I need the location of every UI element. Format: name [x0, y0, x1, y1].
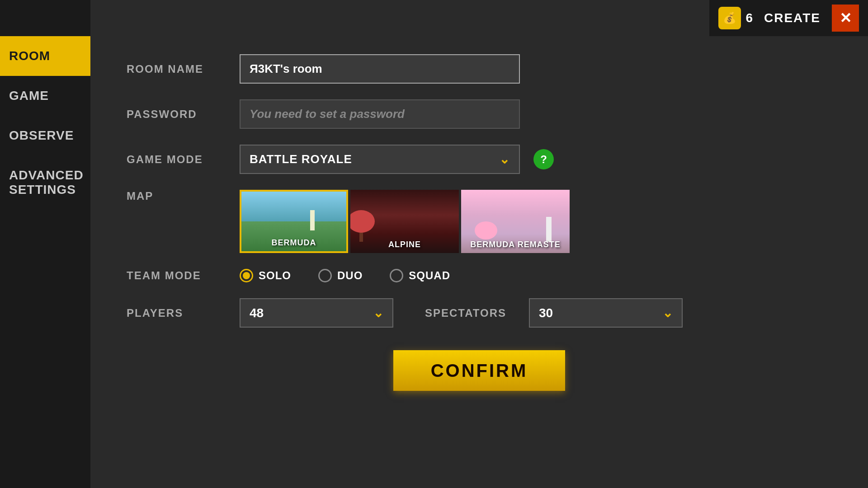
topbar: 💰 6 CREATE ✕ — [709, 0, 868, 36]
game-mode-value: BATTLE ROYALE — [250, 152, 352, 166]
map-name-bermuda: BERMUDA — [241, 238, 346, 248]
spectators-label: SPECTATORS — [425, 307, 506, 319]
players-label: PLAYERS — [127, 307, 226, 319]
map-name-alpine: ALPINE — [350, 240, 459, 249]
currency-count: 6 — [745, 11, 753, 25]
game-mode-label: GAME MODE — [127, 153, 226, 166]
create-label: CREATE — [764, 11, 821, 25]
map-name-bermuda-remaster: BERMUDA REMASTE — [461, 240, 570, 249]
radio-solo-circle — [240, 269, 253, 282]
sidebar-item-advanced[interactable]: ADVANCED SETTINGS — [0, 155, 90, 210]
radio-squad[interactable]: SQUAD — [390, 269, 450, 282]
sidebar-item-observe[interactable]: OBSERVE — [0, 116, 90, 155]
map-card-bermuda-remaster[interactable]: BERMUDA REMASTE — [461, 190, 570, 253]
radio-duo-circle — [318, 269, 332, 282]
game-mode-dropdown[interactable]: BATTLE ROYALE ⌄ — [240, 145, 520, 174]
password-row: PASSWORD — [127, 99, 832, 129]
password-label: PASSWORD — [127, 108, 226, 121]
sidebar: ROOM GAME OBSERVE ADVANCED SETTINGS — [0, 0, 90, 488]
team-mode-label: TEAM MODE — [127, 269, 226, 282]
room-name-label: ROOM NAME — [127, 63, 226, 75]
currency-icon: 💰 — [718, 7, 741, 29]
players-dropdown[interactable]: 48 ⌄ — [240, 298, 393, 328]
map-row: MAP BERMUDA — [127, 190, 832, 253]
sidebar-item-room[interactable]: ROOM — [0, 36, 90, 76]
players-row: PLAYERS 48 ⌄ SPECTATORS 30 ⌄ — [127, 298, 832, 328]
radio-solo-label: SOLO — [259, 269, 291, 282]
radio-duo[interactable]: DUO — [318, 269, 363, 282]
sidebar-item-game[interactable]: GAME — [0, 76, 90, 116]
players-value: 48 — [250, 306, 264, 320]
map-cards: BERMUDA ALPINE — [240, 190, 570, 253]
game-mode-arrow-icon: ⌄ — [499, 152, 510, 167]
map-card-alpine[interactable]: ALPINE — [350, 190, 459, 253]
radio-squad-label: SQUAD — [409, 269, 450, 282]
radio-duo-label: DUO — [337, 269, 363, 282]
help-icon[interactable]: ? — [533, 149, 554, 169]
confirm-button[interactable]: CONFIRM — [393, 350, 565, 391]
confirm-container: CONFIRM — [127, 350, 832, 391]
spectators-dropdown[interactable]: 30 ⌄ — [529, 298, 683, 328]
team-mode-options: SOLO DUO SQUAD — [240, 269, 450, 282]
spectators-arrow-icon: ⌄ — [662, 305, 673, 320]
room-name-input[interactable] — [240, 54, 520, 84]
players-arrow-icon: ⌄ — [373, 305, 383, 320]
team-mode-row: TEAM MODE SOLO DUO SQUAD — [127, 269, 832, 282]
map-card-bermuda[interactable]: BERMUDA — [240, 190, 348, 253]
game-mode-row: GAME MODE BATTLE ROYALE ⌄ ? — [127, 145, 832, 174]
radio-solo[interactable]: SOLO — [240, 269, 291, 282]
radio-squad-circle — [390, 269, 403, 282]
map-label: MAP — [127, 190, 226, 202]
room-name-row: ROOM NAME — [127, 54, 832, 84]
room-form: ROOM NAME PASSWORD GAME MODE BATTLE ROYA… — [127, 54, 832, 328]
spectators-value: 30 — [539, 306, 553, 320]
main-content: 💰 6 CREATE ✕ ROOM NAME PASSWORD GAME MOD… — [90, 0, 868, 488]
close-button[interactable]: ✕ — [832, 5, 859, 32]
password-input[interactable] — [240, 99, 520, 129]
